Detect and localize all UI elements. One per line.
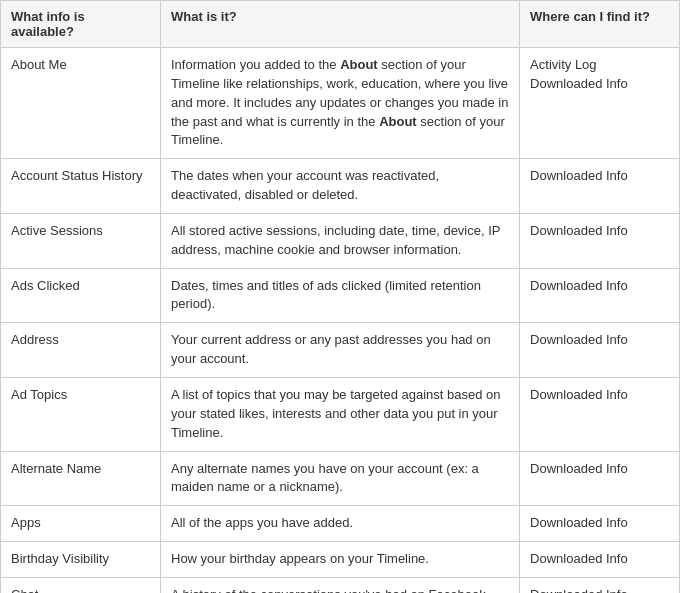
row-name: Ad Topics xyxy=(1,377,161,451)
row-description: Your current address or any past address… xyxy=(161,323,520,378)
row-name: Alternate Name xyxy=(1,451,161,506)
row-name: About Me xyxy=(1,48,161,159)
row-location: Downloaded Info xyxy=(520,506,680,542)
row-name: Birthday Visibility xyxy=(1,542,161,578)
row-description: Any alternate names you have on your acc… xyxy=(161,451,520,506)
row-name: Address xyxy=(1,323,161,378)
row-name: Ads Clicked xyxy=(1,268,161,323)
row-location: Downloaded Info xyxy=(520,159,680,214)
info-table: What info is available? What is it? Wher… xyxy=(0,0,680,593)
row-name: Chat xyxy=(1,577,161,593)
row-location: Downloaded Info xyxy=(520,542,680,578)
row-name: Account Status History xyxy=(1,159,161,214)
row-description: A list of topics that you may be targete… xyxy=(161,377,520,451)
row-description: The dates when your account was reactiva… xyxy=(161,159,520,214)
header-col1: What info is available? xyxy=(1,1,161,48)
row-name: Apps xyxy=(1,506,161,542)
row-description: All stored active sessions, including da… xyxy=(161,213,520,268)
row-name: Active Sessions xyxy=(1,213,161,268)
row-description: How your birthday appears on your Timeli… xyxy=(161,542,520,578)
row-location: Downloaded Info xyxy=(520,268,680,323)
table-row: About MeInformation you added to the Abo… xyxy=(1,48,680,159)
row-description: A history of the conversations you've ha… xyxy=(161,577,520,593)
table-row: ChatA history of the conversations you'v… xyxy=(1,577,680,593)
table-row: AddressYour current address or any past … xyxy=(1,323,680,378)
row-location: Activity LogDownloaded Info xyxy=(520,48,680,159)
row-location: Downloaded Info xyxy=(520,577,680,593)
row-description: Dates, times and titles of ads clicked (… xyxy=(161,268,520,323)
row-location: Downloaded Info xyxy=(520,323,680,378)
row-location: Downloaded Info xyxy=(520,377,680,451)
row-location: Downloaded Info xyxy=(520,213,680,268)
table-row: Ad TopicsA list of topics that you may b… xyxy=(1,377,680,451)
row-location: Downloaded Info xyxy=(520,451,680,506)
table-row: Account Status HistoryThe dates when you… xyxy=(1,159,680,214)
header-col3: Where can I find it? xyxy=(520,1,680,48)
header-col2: What is it? xyxy=(161,1,520,48)
row-description: All of the apps you have added. xyxy=(161,506,520,542)
table-row: Birthday VisibilityHow your birthday app… xyxy=(1,542,680,578)
table-row: Alternate NameAny alternate names you ha… xyxy=(1,451,680,506)
table-row: AppsAll of the apps you have added.Downl… xyxy=(1,506,680,542)
table-row: Active SessionsAll stored active session… xyxy=(1,213,680,268)
row-description: Information you added to the About secti… xyxy=(161,48,520,159)
table-row: Ads ClickedDates, times and titles of ad… xyxy=(1,268,680,323)
